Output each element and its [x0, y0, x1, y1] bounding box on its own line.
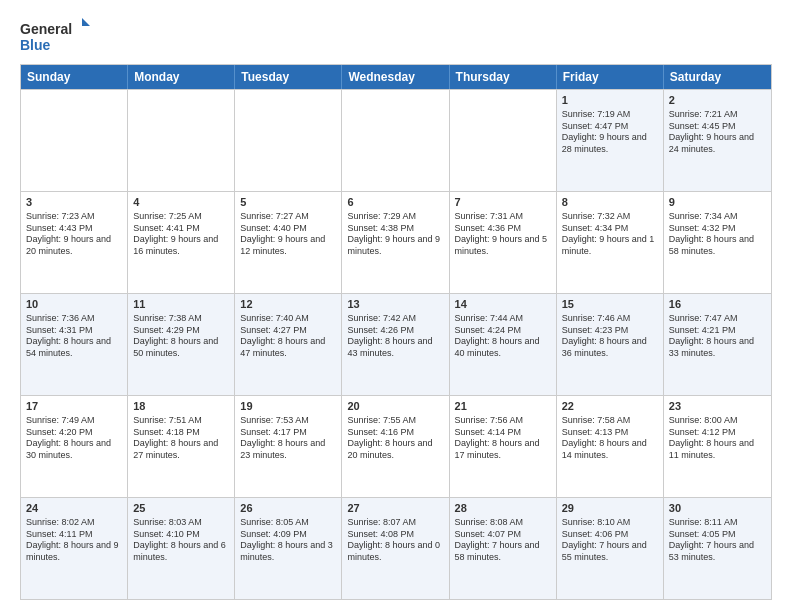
day-number: 13 [347, 297, 443, 312]
day-info: Sunrise: 8:03 AM Sunset: 4:10 PM Dayligh… [133, 517, 229, 564]
day-number: 29 [562, 501, 658, 516]
weekday-header: Tuesday [235, 65, 342, 89]
day-info: Sunrise: 7:42 AM Sunset: 4:26 PM Dayligh… [347, 313, 443, 360]
calendar-row: 17Sunrise: 7:49 AM Sunset: 4:20 PM Dayli… [21, 395, 771, 497]
day-info: Sunrise: 7:56 AM Sunset: 4:14 PM Dayligh… [455, 415, 551, 462]
calendar-cell: 19Sunrise: 7:53 AM Sunset: 4:17 PM Dayli… [235, 396, 342, 497]
day-info: Sunrise: 7:51 AM Sunset: 4:18 PM Dayligh… [133, 415, 229, 462]
calendar-cell [128, 90, 235, 191]
day-number: 6 [347, 195, 443, 210]
calendar-cell: 5Sunrise: 7:27 AM Sunset: 4:40 PM Daylig… [235, 192, 342, 293]
weekday-header: Monday [128, 65, 235, 89]
calendar-cell: 21Sunrise: 7:56 AM Sunset: 4:14 PM Dayli… [450, 396, 557, 497]
calendar-cell: 10Sunrise: 7:36 AM Sunset: 4:31 PM Dayli… [21, 294, 128, 395]
day-number: 4 [133, 195, 229, 210]
calendar-cell: 14Sunrise: 7:44 AM Sunset: 4:24 PM Dayli… [450, 294, 557, 395]
day-number: 20 [347, 399, 443, 414]
day-number: 19 [240, 399, 336, 414]
day-number: 8 [562, 195, 658, 210]
day-info: Sunrise: 7:21 AM Sunset: 4:45 PM Dayligh… [669, 109, 766, 156]
day-info: Sunrise: 7:19 AM Sunset: 4:47 PM Dayligh… [562, 109, 658, 156]
day-info: Sunrise: 7:53 AM Sunset: 4:17 PM Dayligh… [240, 415, 336, 462]
day-info: Sunrise: 7:58 AM Sunset: 4:13 PM Dayligh… [562, 415, 658, 462]
day-number: 1 [562, 93, 658, 108]
day-info: Sunrise: 7:38 AM Sunset: 4:29 PM Dayligh… [133, 313, 229, 360]
calendar: SundayMondayTuesdayWednesdayThursdayFrid… [20, 64, 772, 600]
day-info: Sunrise: 7:27 AM Sunset: 4:40 PM Dayligh… [240, 211, 336, 258]
svg-text:Blue: Blue [20, 37, 51, 53]
calendar-cell [450, 90, 557, 191]
day-number: 14 [455, 297, 551, 312]
day-number: 27 [347, 501, 443, 516]
day-info: Sunrise: 8:00 AM Sunset: 4:12 PM Dayligh… [669, 415, 766, 462]
day-info: Sunrise: 7:40 AM Sunset: 4:27 PM Dayligh… [240, 313, 336, 360]
day-info: Sunrise: 8:02 AM Sunset: 4:11 PM Dayligh… [26, 517, 122, 564]
day-number: 7 [455, 195, 551, 210]
calendar-cell: 28Sunrise: 8:08 AM Sunset: 4:07 PM Dayli… [450, 498, 557, 599]
calendar-cell: 27Sunrise: 8:07 AM Sunset: 4:08 PM Dayli… [342, 498, 449, 599]
day-info: Sunrise: 8:05 AM Sunset: 4:09 PM Dayligh… [240, 517, 336, 564]
day-info: Sunrise: 8:11 AM Sunset: 4:05 PM Dayligh… [669, 517, 766, 564]
day-number: 28 [455, 501, 551, 516]
day-info: Sunrise: 7:55 AM Sunset: 4:16 PM Dayligh… [347, 415, 443, 462]
calendar-cell [235, 90, 342, 191]
calendar-cell: 24Sunrise: 8:02 AM Sunset: 4:11 PM Dayli… [21, 498, 128, 599]
calendar-row: 1Sunrise: 7:19 AM Sunset: 4:47 PM Daylig… [21, 89, 771, 191]
calendar-cell: 12Sunrise: 7:40 AM Sunset: 4:27 PM Dayli… [235, 294, 342, 395]
svg-marker-2 [82, 18, 90, 26]
weekday-header: Friday [557, 65, 664, 89]
weekday-header: Saturday [664, 65, 771, 89]
header: General Blue [20, 16, 772, 56]
calendar-cell: 6Sunrise: 7:29 AM Sunset: 4:38 PM Daylig… [342, 192, 449, 293]
calendar-cell: 25Sunrise: 8:03 AM Sunset: 4:10 PM Dayli… [128, 498, 235, 599]
day-info: Sunrise: 7:25 AM Sunset: 4:41 PM Dayligh… [133, 211, 229, 258]
calendar-row: 24Sunrise: 8:02 AM Sunset: 4:11 PM Dayli… [21, 497, 771, 599]
logo-svg: General Blue [20, 16, 90, 56]
page: General Blue SundayMondayTuesdayWednesda… [0, 0, 792, 612]
calendar-cell: 4Sunrise: 7:25 AM Sunset: 4:41 PM Daylig… [128, 192, 235, 293]
day-number: 11 [133, 297, 229, 312]
calendar-cell: 22Sunrise: 7:58 AM Sunset: 4:13 PM Dayli… [557, 396, 664, 497]
calendar-cell [342, 90, 449, 191]
calendar-cell: 29Sunrise: 8:10 AM Sunset: 4:06 PM Dayli… [557, 498, 664, 599]
calendar-cell [21, 90, 128, 191]
day-info: Sunrise: 7:47 AM Sunset: 4:21 PM Dayligh… [669, 313, 766, 360]
calendar-cell: 9Sunrise: 7:34 AM Sunset: 4:32 PM Daylig… [664, 192, 771, 293]
day-number: 21 [455, 399, 551, 414]
day-number: 12 [240, 297, 336, 312]
calendar-cell: 23Sunrise: 8:00 AM Sunset: 4:12 PM Dayli… [664, 396, 771, 497]
calendar-cell: 30Sunrise: 8:11 AM Sunset: 4:05 PM Dayli… [664, 498, 771, 599]
weekday-header: Wednesday [342, 65, 449, 89]
weekday-header: Sunday [21, 65, 128, 89]
day-info: Sunrise: 7:31 AM Sunset: 4:36 PM Dayligh… [455, 211, 551, 258]
calendar-cell: 17Sunrise: 7:49 AM Sunset: 4:20 PM Dayli… [21, 396, 128, 497]
day-number: 25 [133, 501, 229, 516]
calendar-cell: 16Sunrise: 7:47 AM Sunset: 4:21 PM Dayli… [664, 294, 771, 395]
day-number: 16 [669, 297, 766, 312]
calendar-cell: 1Sunrise: 7:19 AM Sunset: 4:47 PM Daylig… [557, 90, 664, 191]
day-number: 3 [26, 195, 122, 210]
calendar-cell: 26Sunrise: 8:05 AM Sunset: 4:09 PM Dayli… [235, 498, 342, 599]
day-info: Sunrise: 7:32 AM Sunset: 4:34 PM Dayligh… [562, 211, 658, 258]
calendar-cell: 13Sunrise: 7:42 AM Sunset: 4:26 PM Dayli… [342, 294, 449, 395]
logo: General Blue [20, 16, 90, 56]
day-info: Sunrise: 7:44 AM Sunset: 4:24 PM Dayligh… [455, 313, 551, 360]
calendar-cell: 8Sunrise: 7:32 AM Sunset: 4:34 PM Daylig… [557, 192, 664, 293]
weekday-header: Thursday [450, 65, 557, 89]
calendar-cell: 15Sunrise: 7:46 AM Sunset: 4:23 PM Dayli… [557, 294, 664, 395]
day-info: Sunrise: 7:29 AM Sunset: 4:38 PM Dayligh… [347, 211, 443, 258]
day-number: 17 [26, 399, 122, 414]
day-info: Sunrise: 8:07 AM Sunset: 4:08 PM Dayligh… [347, 517, 443, 564]
day-number: 5 [240, 195, 336, 210]
day-info: Sunrise: 7:34 AM Sunset: 4:32 PM Dayligh… [669, 211, 766, 258]
calendar-cell: 2Sunrise: 7:21 AM Sunset: 4:45 PM Daylig… [664, 90, 771, 191]
day-info: Sunrise: 8:08 AM Sunset: 4:07 PM Dayligh… [455, 517, 551, 564]
calendar-cell: 3Sunrise: 7:23 AM Sunset: 4:43 PM Daylig… [21, 192, 128, 293]
calendar-cell: 7Sunrise: 7:31 AM Sunset: 4:36 PM Daylig… [450, 192, 557, 293]
day-number: 22 [562, 399, 658, 414]
calendar-body: 1Sunrise: 7:19 AM Sunset: 4:47 PM Daylig… [21, 89, 771, 599]
day-number: 18 [133, 399, 229, 414]
day-info: Sunrise: 7:23 AM Sunset: 4:43 PM Dayligh… [26, 211, 122, 258]
day-info: Sunrise: 7:49 AM Sunset: 4:20 PM Dayligh… [26, 415, 122, 462]
day-number: 30 [669, 501, 766, 516]
